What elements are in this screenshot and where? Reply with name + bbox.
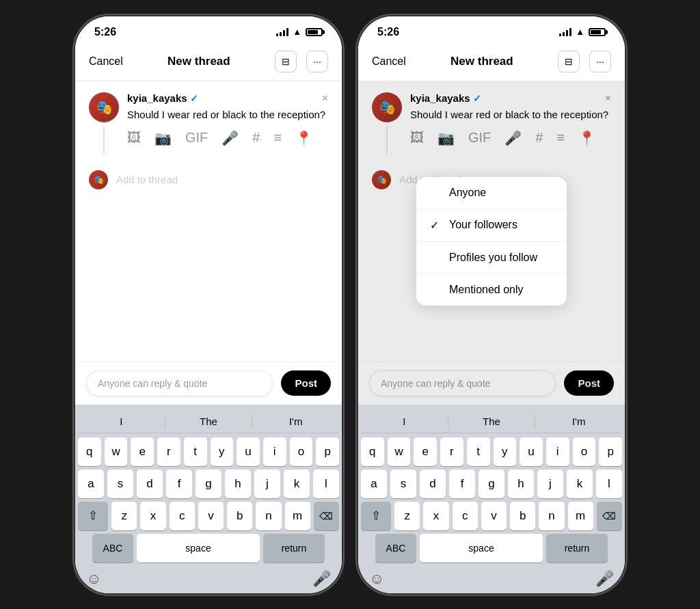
key-s-left[interactable]: s	[107, 470, 133, 498]
key-k-left[interactable]: k	[284, 470, 310, 498]
key-j-left[interactable]: j	[254, 470, 280, 498]
key-n-right[interactable]: n	[539, 502, 564, 530]
key-o-left[interactable]: o	[290, 437, 313, 466]
copy-icon-right[interactable]: ⊟	[558, 51, 580, 72]
key-y-right[interactable]: y	[494, 437, 517, 466]
key-l-right[interactable]: l	[596, 470, 622, 498]
key-d-right[interactable]: d	[420, 470, 446, 498]
keyboard-mic-left[interactable]: 🎤	[312, 570, 331, 588]
key-t-left[interactable]: t	[184, 437, 207, 466]
keyboard-mic-right[interactable]: 🎤	[595, 570, 614, 588]
key-v-right[interactable]: v	[481, 502, 507, 530]
dropdown-item-anyone[interactable]: Anyone	[416, 177, 567, 209]
hashtag-icon-left[interactable]: #	[252, 130, 260, 146]
key-r-left[interactable]: r	[157, 437, 180, 466]
reply-box-left[interactable]: Anyone can reply & quote	[86, 370, 273, 396]
key-z-right[interactable]: z	[394, 502, 420, 530]
key-j-right[interactable]: j	[537, 470, 563, 498]
key-return-left[interactable]: return	[263, 534, 325, 563]
key-u-right[interactable]: u	[520, 437, 543, 466]
key-m-left[interactable]: m	[285, 502, 310, 530]
key-t-right[interactable]: t	[467, 437, 490, 466]
key-c-right[interactable]: c	[453, 502, 478, 530]
emoji-icon-left[interactable]: ☺	[86, 570, 101, 588]
close-button-left[interactable]: ×	[322, 92, 328, 105]
key-i-left[interactable]: i	[263, 437, 286, 466]
key-shift-right[interactable]: ⇧	[361, 502, 391, 530]
key-backspace-left[interactable]: ⌫	[314, 502, 339, 530]
key-g-left[interactable]: g	[196, 470, 221, 498]
key-q-left[interactable]: q	[78, 437, 101, 466]
key-abc-right[interactable]: ABC	[375, 534, 416, 563]
key-w-right[interactable]: w	[388, 437, 411, 466]
suggestion-im-left[interactable]: I'm	[252, 414, 339, 429]
key-y-left[interactable]: y	[211, 437, 234, 466]
key-d-left[interactable]: d	[137, 470, 163, 498]
camera-icon-left[interactable]: 📷	[154, 130, 172, 146]
key-q-right[interactable]: q	[361, 437, 384, 466]
post-button-left[interactable]: Post	[281, 370, 331, 396]
key-abc-left[interactable]: ABC	[92, 534, 133, 563]
image-icon-left[interactable]: 🖼	[127, 130, 141, 146]
key-return-right[interactable]: return	[546, 534, 608, 563]
key-p-right[interactable]: p	[599, 437, 622, 466]
key-z-left[interactable]: z	[111, 502, 137, 530]
key-r-right[interactable]: r	[440, 437, 463, 466]
dropdown-item-mentioned[interactable]: Mentioned only	[416, 274, 567, 306]
key-e-left[interactable]: e	[131, 437, 154, 466]
key-backspace-right[interactable]: ⌫	[597, 502, 622, 530]
copy-icon-left[interactable]: ⊟	[275, 51, 297, 72]
cancel-button-left[interactable]: Cancel	[89, 55, 123, 68]
key-m-right[interactable]: m	[568, 502, 593, 530]
key-w-left[interactable]: w	[105, 437, 128, 466]
key-a-left[interactable]: a	[78, 470, 104, 498]
suggestion-i-left[interactable]: I	[78, 414, 165, 429]
key-l-left[interactable]: l	[313, 470, 339, 498]
key-x-left[interactable]: x	[140, 502, 165, 530]
key-e-right[interactable]: e	[414, 437, 437, 466]
check-followers: ✓	[430, 219, 442, 232]
toolbar-left: 🖼 📷 GIF 🎤 # ≡ 📍	[127, 130, 328, 146]
mic-icon-left[interactable]: 🎤	[221, 130, 239, 146]
suggestion-the-left[interactable]: The	[165, 414, 253, 429]
check-profiles	[430, 252, 442, 264]
add-thread-text-left[interactable]: Add to thread	[116, 174, 178, 185]
keyboard-left: I The I'm q w e r t y u i o p a	[75, 405, 342, 593]
key-shift-left[interactable]: ⇧	[78, 502, 108, 530]
thread-title-right: New thread	[450, 55, 513, 68]
key-space-left[interactable]: space	[137, 534, 260, 563]
cancel-button-right[interactable]: Cancel	[372, 55, 406, 68]
signal-bar-r4	[569, 28, 571, 36]
key-u-left[interactable]: u	[237, 437, 260, 466]
key-h-left[interactable]: h	[225, 470, 251, 498]
key-g-right[interactable]: g	[479, 470, 504, 498]
key-b-left[interactable]: b	[227, 502, 252, 530]
suggestion-the-right[interactable]: The	[448, 414, 536, 429]
more-icon-right[interactable]: ···	[589, 51, 611, 72]
suggestion-im-right[interactable]: I'm	[535, 414, 622, 429]
dropdown-item-followers[interactable]: ✓ Your followers	[416, 209, 567, 242]
key-row-3-left: ⇧ z x c v b n m ⌫	[78, 502, 339, 530]
key-p-left[interactable]: p	[316, 437, 339, 466]
key-n-left[interactable]: n	[256, 502, 281, 530]
emoji-icon-right[interactable]: ☺	[369, 570, 384, 588]
key-f-left[interactable]: f	[166, 470, 192, 498]
key-v-left[interactable]: v	[198, 502, 224, 530]
key-i-right[interactable]: i	[546, 437, 569, 466]
key-b-right[interactable]: b	[510, 502, 535, 530]
key-x-right[interactable]: x	[423, 502, 448, 530]
key-s-right[interactable]: s	[390, 470, 416, 498]
more-icon-left[interactable]: ···	[306, 51, 328, 72]
key-space-right[interactable]: space	[420, 534, 543, 563]
gif-icon-left[interactable]: GIF	[185, 130, 208, 146]
key-f-right[interactable]: f	[449, 470, 475, 498]
suggestion-i-right[interactable]: I	[361, 414, 448, 429]
key-k-right[interactable]: k	[567, 470, 593, 498]
key-c-left[interactable]: c	[170, 502, 195, 530]
key-h-right[interactable]: h	[508, 470, 534, 498]
list-icon-left[interactable]: ≡	[273, 130, 282, 146]
key-o-right[interactable]: o	[573, 437, 596, 466]
dropdown-item-profiles[interactable]: Profiles you follow	[416, 242, 567, 274]
location-icon-left[interactable]: 📍	[295, 130, 312, 146]
key-a-right[interactable]: a	[361, 470, 387, 498]
